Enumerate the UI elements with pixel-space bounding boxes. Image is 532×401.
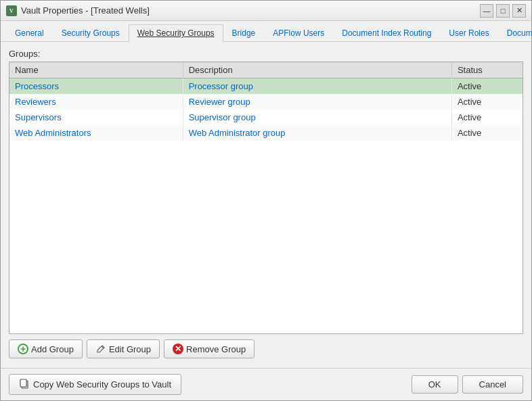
table-row[interactable]: Web AdministratorsWeb Administrator grou… (9, 125, 523, 141)
remove-group-button[interactable]: ✕ Remove Group (164, 339, 254, 358)
tab-general[interactable]: General (6, 24, 53, 42)
tab-web-security-groups[interactable]: Web Security Groups (129, 24, 223, 42)
app-icon: V (6, 5, 17, 16)
tab-bridge[interactable]: Bridge (223, 24, 265, 42)
footer-left: Copy Web Security Groups to Vault (9, 374, 181, 395)
title-bar: V Vault Properties - [Treated Wells] — □… (1, 1, 531, 21)
edit-group-label: Edit Group (109, 344, 151, 354)
tab-security-groups[interactable]: Security Groups (53, 24, 129, 42)
group-description-cell: Supervisor group (183, 110, 451, 125)
group-name-cell: Processors (9, 78, 183, 95)
table-row[interactable]: SupervisorsSupervisor groupActive (9, 110, 523, 125)
group-status-cell: Active (451, 110, 523, 125)
minimize-button[interactable]: — (480, 4, 493, 18)
groups-table-container: Name Description Status ProcessorsProces… (9, 62, 523, 334)
cancel-button[interactable]: Cancel (462, 375, 523, 394)
add-group-label: Add Group (31, 344, 74, 354)
group-status-cell: Active (451, 125, 523, 141)
tab-bar: General Security Groups Web Security Gro… (1, 21, 531, 42)
group-name-cell: Web Administrators (9, 125, 183, 141)
svg-text:V: V (9, 8, 14, 14)
main-window: V Vault Properties - [Treated Wells] — □… (0, 0, 532, 401)
svg-rect-3 (20, 379, 26, 387)
tab-user-roles[interactable]: User Roles (440, 24, 497, 42)
tab-document-publishing[interactable]: Document Publishing (498, 24, 532, 42)
table-row[interactable]: ProcessorsProcessor groupActive (9, 78, 523, 95)
group-status-cell: Active (451, 94, 523, 110)
groups-table: Name Description Status ProcessorsProces… (9, 62, 523, 141)
ok-button[interactable]: OK (412, 375, 458, 394)
remove-group-icon: ✕ (173, 344, 183, 354)
close-button[interactable]: ✕ (512, 4, 526, 18)
edit-group-button[interactable]: Edit Group (87, 339, 160, 358)
add-group-icon: + (18, 344, 28, 354)
col-header-name: Name (9, 62, 183, 78)
copy-label: Copy Web Security Groups to Vault (33, 379, 171, 390)
group-name-cell: Supervisors (9, 110, 183, 125)
copy-to-vault-button[interactable]: Copy Web Security Groups to Vault (9, 374, 181, 395)
footer-right: OK Cancel (412, 375, 523, 394)
window-controls: — □ ✕ (480, 4, 526, 18)
content-area: Groups: Name Description Status Processo… (1, 42, 531, 368)
remove-group-label: Remove Group (186, 344, 246, 354)
group-status-cell: Active (451, 78, 523, 95)
footer: Copy Web Security Groups to Vault OK Can… (1, 368, 531, 400)
copy-icon (19, 378, 30, 391)
groups-label: Groups: (9, 49, 523, 59)
col-header-description: Description (183, 62, 451, 78)
maximize-button[interactable]: □ (496, 4, 510, 18)
group-description-cell: Processor group (183, 78, 451, 95)
action-button-bar: + Add Group Edit Group ✕ Remove Group (9, 334, 523, 361)
window-title: Vault Properties - [Treated Wells] (21, 5, 480, 16)
edit-group-icon (95, 344, 106, 354)
tab-apflow-users[interactable]: APFlow Users (264, 24, 333, 42)
add-group-button[interactable]: + Add Group (9, 339, 83, 358)
table-row[interactable]: ReviewersReviewer groupActive (9, 94, 523, 110)
tab-document-index-routing[interactable]: Document Index Routing (333, 24, 440, 42)
group-name-cell: Reviewers (9, 94, 183, 110)
col-header-status: Status (451, 62, 523, 78)
group-description-cell: Reviewer group (183, 94, 451, 110)
group-description-cell: Web Administrator group (183, 125, 451, 141)
